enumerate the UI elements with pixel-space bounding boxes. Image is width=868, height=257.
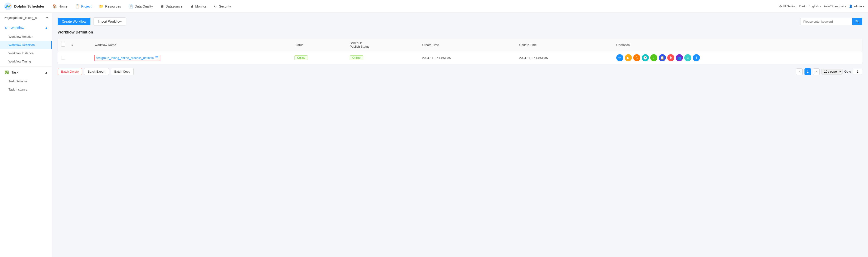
workflow-table: # Workflow Name Status SchedulePublish S… bbox=[58, 38, 862, 64]
copy-button[interactable]: 📋 bbox=[659, 54, 666, 61]
col-checkbox bbox=[58, 38, 68, 51]
timezone-selector[interactable]: Asia/Shanghai ▾ bbox=[824, 4, 846, 8]
language-dropdown-arrow: ▾ bbox=[819, 5, 821, 8]
sidebar: Project[default_inlong_o... ▾ ⚙ Workflow… bbox=[0, 13, 52, 257]
table-row: testgroup_inlong_offline_process_definit… bbox=[58, 51, 862, 64]
security-icon: 🛡 bbox=[214, 4, 218, 8]
logo-text: DolphinScheduler bbox=[14, 4, 44, 8]
delete-button[interactable]: 🗑 bbox=[667, 54, 674, 61]
sidebar-item-workflow-relation[interactable]: Workflow Relation bbox=[0, 33, 52, 41]
batch-delete-button[interactable]: Batch Delete bbox=[58, 68, 82, 75]
app-layout: Project[default_inlong_o... ▾ ⚙ Workflow… bbox=[0, 13, 868, 257]
svg-point-3 bbox=[9, 4, 11, 6]
table-body: testgroup_inlong_offline_process_definit… bbox=[58, 51, 862, 64]
goto-page-input[interactable] bbox=[853, 69, 862, 74]
version-button[interactable]: ≡ bbox=[684, 54, 691, 61]
search-input[interactable] bbox=[800, 18, 852, 25]
bottom-toolbar: Batch Delete Batch Export Batch Copy ‹ 1… bbox=[58, 68, 862, 75]
workflow-name-link[interactable]: testgroup_inlong_offline_process_definit… bbox=[96, 56, 154, 60]
info-button[interactable]: ℹ bbox=[693, 54, 700, 61]
svg-point-1 bbox=[5, 7, 6, 8]
create-workflow-button[interactable]: Create Workflow bbox=[58, 18, 90, 25]
row-create-time-cell: 2024-11-27 14:51:35 bbox=[419, 51, 516, 64]
task-group-collapse-arrow: ▲ bbox=[44, 71, 48, 74]
settings-icon: ⚙ bbox=[779, 4, 782, 8]
project-icon: 📋 bbox=[75, 4, 80, 8]
nav-data-quality[interactable]: 📄 Data Quality bbox=[125, 3, 156, 10]
sidebar-item-task-definition[interactable]: Task Definition bbox=[0, 77, 52, 85]
nav-datasource[interactable]: 🖥 Datasource bbox=[157, 3, 186, 10]
operation-buttons: ✏ ▶ ⏱ 🕐 ↓ 📋 🗑 👥 ≡ ℹ bbox=[616, 54, 859, 61]
user-menu[interactable]: 👤 admin ▾ bbox=[849, 4, 864, 8]
download-button[interactable]: ↓ bbox=[650, 54, 657, 61]
workflow-table-container: # Workflow Name Status SchedulePublish S… bbox=[58, 38, 862, 64]
main-content: Create Workflow Import Workflow 🔍 Workfl… bbox=[52, 13, 868, 257]
col-create-time: Create Time bbox=[419, 38, 516, 51]
table-header: # Workflow Name Status SchedulePublish S… bbox=[58, 38, 862, 51]
schedule-button[interactable]: 🕐 bbox=[642, 54, 649, 61]
row-checkbox-cell bbox=[58, 51, 68, 64]
top-navigation: DolphinScheduler 🏠 Home 📋 Project 📁 Reso… bbox=[0, 0, 868, 13]
nav-monitor[interactable]: 🖥 Monitor bbox=[187, 3, 210, 10]
workflow-group-collapse-arrow: ▲ bbox=[44, 26, 48, 30]
sidebar-workflow-section: ⚙ Workflow ▲ Workflow Relation Workflow … bbox=[0, 23, 52, 66]
resources-icon: 📁 bbox=[99, 4, 104, 8]
row-operation-cell: ✏ ▶ ⏱ 🕐 ↓ 📋 🗑 👥 ≡ ℹ bbox=[613, 51, 862, 64]
list-icon[interactable]: ☰ bbox=[155, 56, 158, 60]
sidebar-task-section: ✅ Task ▲ Task Definition Task Instance bbox=[0, 68, 52, 94]
col-schedule-publish-status: SchedulePublish Status bbox=[346, 38, 419, 51]
col-workflow-name: Workflow Name bbox=[91, 38, 291, 51]
row-schedule-status-cell: Online bbox=[346, 51, 419, 64]
data-quality-icon: 📄 bbox=[128, 4, 133, 8]
sidebar-workflow-group[interactable]: ⚙ Workflow ▲ bbox=[0, 23, 52, 33]
nav-project[interactable]: 📋 Project bbox=[72, 3, 95, 10]
ui-setting[interactable]: ⚙ UI Setting bbox=[779, 4, 797, 8]
sidebar-task-group[interactable]: ✅ Task ▲ bbox=[0, 68, 52, 77]
workflow-name-highlight: testgroup_inlong_offline_process_definit… bbox=[94, 55, 160, 61]
col-number: # bbox=[68, 38, 91, 51]
nav-security[interactable]: 🛡 Security bbox=[211, 3, 235, 10]
theme-toggle[interactable]: Dark bbox=[799, 4, 806, 8]
import-workflow-button[interactable]: Import Workflow bbox=[93, 17, 126, 26]
run-button[interactable]: ▶ bbox=[625, 54, 632, 61]
row-checkbox[interactable] bbox=[61, 56, 65, 60]
workflow-group-icon: ⚙ bbox=[5, 26, 8, 30]
timing-button[interactable]: ⏱ bbox=[633, 54, 640, 61]
goto-label: Goto bbox=[844, 70, 851, 73]
monitor-icon: 🖥 bbox=[190, 4, 194, 8]
logo[interactable]: DolphinScheduler bbox=[4, 2, 44, 11]
batch-export-button[interactable]: Batch Export bbox=[84, 68, 108, 75]
prev-page-button[interactable]: ‹ bbox=[796, 68, 803, 75]
col-status: Status bbox=[291, 38, 346, 51]
users-button[interactable]: 👥 bbox=[676, 54, 683, 61]
language-selector[interactable]: English ▾ bbox=[808, 4, 821, 8]
next-page-button[interactable]: › bbox=[813, 68, 819, 75]
per-page-selector[interactable]: 10 / page 20 / page 50 / page bbox=[822, 69, 842, 74]
svg-point-2 bbox=[7, 6, 8, 7]
nav-right-area: ⚙ UI Setting Dark English ▾ Asia/Shangha… bbox=[779, 4, 864, 8]
user-dropdown-arrow: ▾ bbox=[863, 5, 864, 8]
sidebar-item-workflow-definition[interactable]: Workflow Definition bbox=[0, 41, 52, 49]
pagination: ‹ 1 › 10 / page 20 / page 50 / page Goto bbox=[796, 68, 862, 75]
home-icon: 🏠 bbox=[53, 4, 57, 8]
sidebar-item-workflow-timing[interactable]: Workflow Timing bbox=[0, 57, 52, 66]
datasource-icon: 🖥 bbox=[160, 4, 164, 8]
sidebar-item-task-instance[interactable]: Task Instance bbox=[0, 85, 52, 94]
row-number-cell bbox=[68, 51, 91, 64]
edit-button[interactable]: ✏ bbox=[616, 54, 623, 61]
user-icon: 👤 bbox=[849, 4, 852, 8]
nav-resources[interactable]: 📁 Resources bbox=[96, 3, 124, 10]
nav-home[interactable]: 🏠 Home bbox=[49, 3, 71, 10]
page-1-button[interactable]: 1 bbox=[804, 68, 811, 75]
sidebar-project-selector[interactable]: Project[default_inlong_o... ▾ bbox=[0, 13, 52, 23]
col-operation: Operation bbox=[613, 38, 862, 51]
row-name-cell: testgroup_inlong_offline_process_definit… bbox=[91, 51, 291, 64]
batch-copy-button[interactable]: Batch Copy bbox=[111, 68, 134, 75]
timezone-dropdown-arrow: ▾ bbox=[845, 5, 846, 8]
sidebar-item-workflow-instance[interactable]: Workflow Instance bbox=[0, 49, 52, 57]
section-title: Workflow Definition bbox=[58, 30, 862, 34]
select-all-checkbox[interactable] bbox=[61, 43, 65, 46]
search-button[interactable]: 🔍 bbox=[852, 18, 862, 25]
status-badge: Online bbox=[294, 56, 308, 60]
col-update-time: Update Time bbox=[516, 38, 613, 51]
